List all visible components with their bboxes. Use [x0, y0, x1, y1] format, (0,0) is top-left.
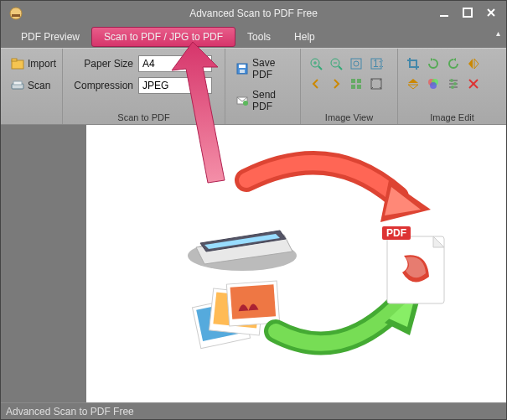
svg-point-23	[354, 61, 359, 66]
group-label: Image Edit	[405, 111, 499, 122]
save-pdf-button[interactable]: Save PDF	[232, 55, 293, 82]
ribbon-group-file: Import Scan	[1, 49, 63, 124]
scanner-icon	[11, 79, 24, 92]
svg-rect-12	[240, 70, 245, 73]
svg-text:1:1: 1:1	[373, 58, 383, 70]
adjust-button[interactable]	[445, 75, 462, 92]
save-icon	[235, 62, 249, 75]
prev-image-button[interactable]	[308, 75, 324, 92]
compression-row: Compression JPEG ▼	[70, 77, 218, 94]
rotate-right-button[interactable]	[445, 55, 462, 72]
svg-point-14	[243, 101, 248, 106]
flip-h-button[interactable]	[465, 55, 482, 72]
menu-label: Help	[294, 31, 315, 43]
collapse-ribbon-icon[interactable]: ▴	[496, 29, 500, 38]
thumbnail-button[interactable]	[348, 75, 365, 92]
minimize-button[interactable]	[434, 4, 454, 21]
svg-rect-50	[230, 284, 276, 319]
thumbnail-sidebar	[1, 125, 86, 402]
folder-icon	[11, 57, 24, 70]
group-label: Scan to PDF	[70, 111, 218, 122]
svg-rect-11	[239, 65, 246, 68]
svg-rect-3	[463, 8, 472, 17]
menu-help[interactable]: Help	[282, 28, 327, 46]
scan-button[interactable]: Scan	[8, 77, 55, 94]
button-label: Send PDF	[252, 89, 290, 112]
svg-point-38	[453, 82, 457, 86]
svg-rect-27	[357, 79, 361, 83]
svg-rect-29	[357, 85, 361, 89]
content-area: PDF	[1, 125, 506, 402]
next-image-button[interactable]	[328, 75, 344, 92]
svg-point-33	[430, 82, 437, 89]
svg-point-0	[10, 8, 22, 19]
svg-rect-9	[13, 81, 22, 85]
menu-tools[interactable]: Tools	[235, 28, 282, 46]
effects-button[interactable]	[425, 75, 442, 92]
crop-button[interactable]	[405, 55, 422, 72]
ribbon-group-image-edit: Image Edit	[398, 49, 506, 124]
menu-label: Tools	[247, 31, 271, 43]
compression-dropdown[interactable]: JPEG ▼	[138, 77, 212, 94]
rotate-left-button[interactable]	[425, 55, 442, 72]
paper-size-row: Paper Size A4 ▼	[70, 55, 218, 72]
menu-label: Scan to PDF / JPG to PDF	[104, 31, 223, 43]
menu-label: PDF Preview	[21, 31, 80, 43]
button-label: Scan	[28, 80, 50, 91]
dropdown-value: A4	[142, 58, 155, 70]
paper-size-dropdown[interactable]: A4 ▼	[138, 55, 212, 72]
button-label: Save PDF	[252, 57, 290, 80]
svg-point-37	[450, 79, 453, 82]
group-label: Image View	[308, 111, 391, 122]
svg-rect-26	[351, 79, 355, 83]
send-icon	[235, 94, 249, 107]
import-button[interactable]: Import	[8, 55, 55, 72]
window-controls	[434, 4, 501, 21]
zoom-fit-button[interactable]	[348, 55, 365, 72]
menubar: PDF Preview Scan to PDF / JPG to PDF Too…	[1, 26, 506, 48]
chevron-down-icon: ▼	[201, 60, 208, 68]
svg-line-20	[339, 66, 342, 70]
compression-label: Compression	[70, 80, 133, 91]
ribbon: Import Scan Paper Size A4 ▼	[1, 48, 506, 125]
ribbon-group-output: Save PDF Send PDF	[225, 49, 301, 124]
statusbar: Advanced Scan to PDF Free	[1, 402, 506, 419]
svg-rect-7	[12, 59, 17, 61]
group-label	[232, 114, 293, 126]
ribbon-group-scan-settings: Paper Size A4 ▼ Compression JPEG ▼ Scan …	[63, 49, 225, 124]
zoom-out-button[interactable]	[328, 55, 344, 72]
chevron-down-icon: ▼	[201, 82, 208, 90]
dropdown-value: JPEG	[142, 80, 168, 91]
button-label: Import	[28, 58, 56, 70]
svg-line-16	[318, 66, 322, 70]
group-label	[8, 111, 55, 122]
status-text: Advanced Scan to PDF Free	[6, 406, 134, 417]
fullscreen-button[interactable]	[368, 75, 385, 92]
ribbon-group-image-view: 1:1 Image View	[301, 49, 398, 124]
app-window: Advanced Scan to PDF Free PDF Preview Sc…	[0, 0, 507, 420]
paper-size-label: Paper Size	[70, 58, 133, 70]
titlebar: Advanced Scan to PDF Free	[1, 1, 506, 26]
app-icon	[9, 7, 23, 20]
send-pdf-button[interactable]: Send PDF	[232, 87, 293, 114]
svg-rect-1	[12, 14, 20, 17]
svg-rect-22	[351, 59, 361, 69]
svg-rect-28	[351, 85, 355, 89]
maximize-button[interactable]	[458, 4, 478, 21]
svg-text:PDF: PDF	[386, 227, 406, 239]
zoom-in-button[interactable]	[308, 55, 324, 72]
illustration: PDF	[146, 147, 448, 381]
menu-pdf-preview[interactable]: PDF Preview	[9, 28, 91, 46]
svg-rect-2	[440, 15, 448, 17]
svg-point-39	[451, 86, 454, 89]
flip-v-button[interactable]	[405, 75, 422, 92]
zoom-actual-button[interactable]: 1:1	[368, 55, 385, 72]
preview-canvas: PDF	[86, 125, 506, 402]
menu-scan-to-pdf[interactable]: Scan to PDF / JPG to PDF	[91, 27, 235, 47]
close-button[interactable]	[481, 4, 501, 21]
window-title: Advanced Scan to PDF Free	[189, 8, 318, 19]
delete-button[interactable]	[465, 75, 482, 92]
